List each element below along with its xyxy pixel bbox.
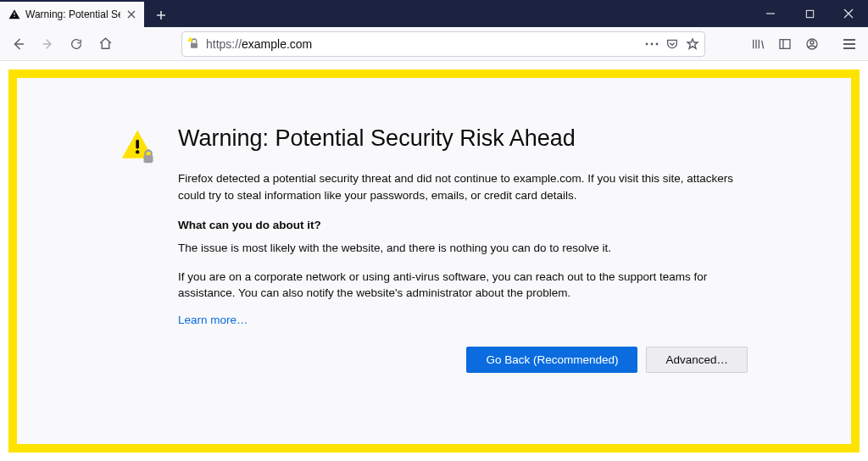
svg-rect-5 bbox=[780, 39, 790, 48]
svg-rect-1 bbox=[191, 42, 198, 47]
maximize-button[interactable] bbox=[790, 0, 829, 27]
pocket-icon[interactable] bbox=[665, 37, 679, 51]
bookmark-star-icon[interactable] bbox=[686, 37, 699, 51]
window-controls bbox=[751, 0, 868, 27]
warning-icon bbox=[8, 8, 20, 20]
warning-triangle-icon bbox=[120, 125, 159, 373]
new-tab-button[interactable] bbox=[149, 3, 173, 27]
svg-point-4 bbox=[656, 42, 659, 45]
lock-warning-icon bbox=[187, 37, 201, 51]
url-bar[interactable]: https://example.com bbox=[181, 31, 705, 57]
advanced-button[interactable]: Advanced… bbox=[646, 347, 748, 373]
tab-title: Warning: Potential Security Risk bbox=[25, 8, 120, 20]
content-area: Warning: Potential Security Risk Ahead F… bbox=[0, 61, 868, 461]
svg-rect-10 bbox=[144, 155, 153, 163]
url-protocol: https:// bbox=[206, 37, 242, 51]
svg-rect-9 bbox=[136, 140, 139, 149]
minimize-button[interactable] bbox=[751, 0, 790, 27]
url-domain: example.com bbox=[242, 37, 312, 51]
warning-description: Firefox detected a potential security th… bbox=[178, 170, 748, 203]
tls-warning-page: Warning: Potential Security Risk Ahead F… bbox=[8, 69, 860, 453]
warning-advice-2: If you are on a corporate network or usi… bbox=[178, 269, 748, 302]
svg-point-8 bbox=[136, 150, 139, 153]
account-icon[interactable] bbox=[798, 31, 826, 58]
svg-point-2 bbox=[646, 42, 648, 45]
learn-more-link[interactable]: Learn more… bbox=[178, 314, 248, 326]
warning-subheading: What can you do about it? bbox=[178, 219, 748, 231]
go-back-button[interactable]: Go Back (Recommended) bbox=[466, 347, 637, 373]
close-window-button[interactable] bbox=[829, 0, 868, 27]
warning-advice-1: The issue is most likely with the websit… bbox=[178, 240, 748, 257]
warning-title: Warning: Potential Security Risk Ahead bbox=[178, 125, 748, 152]
forward-button[interactable] bbox=[34, 31, 61, 58]
page-actions-icon[interactable] bbox=[645, 42, 659, 46]
tab-bar: Warning: Potential Security Risk bbox=[0, 0, 868, 27]
back-button[interactable] bbox=[5, 31, 32, 58]
svg-rect-0 bbox=[806, 10, 813, 17]
hamburger-menu-button[interactable] bbox=[836, 31, 863, 58]
close-tab-button[interactable] bbox=[125, 8, 137, 20]
svg-point-3 bbox=[651, 42, 654, 45]
home-button[interactable] bbox=[92, 31, 119, 58]
nav-toolbar: https://example.com bbox=[0, 27, 868, 61]
reload-button[interactable] bbox=[63, 31, 90, 58]
svg-point-7 bbox=[810, 41, 814, 44]
browser-tab[interactable]: Warning: Potential Security Risk bbox=[0, 2, 144, 27]
library-icon[interactable] bbox=[744, 31, 771, 58]
sidebar-icon[interactable] bbox=[771, 31, 798, 58]
url-text: https://example.com bbox=[206, 37, 640, 51]
